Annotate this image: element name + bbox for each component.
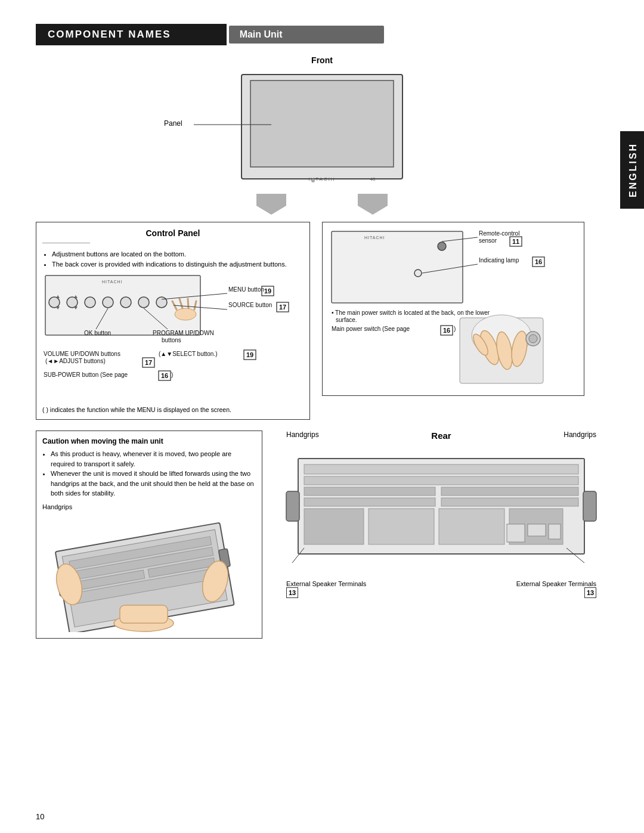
cp-svg: HITACHI [42, 272, 299, 404]
svg-text:PROGRAM UP/DOWN: PROGRAM UP/DOWN [153, 330, 214, 336]
svg-point-5 [311, 179, 315, 182]
front-label: Front [311, 55, 333, 65]
svg-text:MENU button: MENU button [228, 286, 264, 293]
arrows-row [36, 194, 608, 215]
svg-point-11 [67, 297, 78, 308]
right-panel-svg: HITACHI Remote-control sensor 11 Indicat… [329, 228, 573, 389]
tv-front-diagram: HITACHI 40 [236, 69, 408, 188]
svg-rect-96 [441, 498, 578, 506]
svg-text:19: 19 [246, 351, 253, 358]
svg-text:17: 17 [279, 304, 286, 311]
rear-diagram-svg [274, 447, 608, 578]
ext-right-num: 13 [584, 587, 596, 598]
svg-point-52 [438, 242, 446, 250]
svg-rect-102 [528, 524, 546, 536]
svg-text:17: 17 [145, 359, 152, 366]
bottom-section: Caution when moving the main unit As thi… [36, 431, 608, 639]
svg-rect-97 [304, 509, 364, 544]
svg-text:SUB-POWER button (See page: SUB-POWER button (See page [44, 371, 128, 378]
caution-box: Caution when moving the main unit As thi… [36, 431, 262, 639]
main-panels: Control Panel Adjustment buttons are loc… [36, 222, 608, 420]
svg-point-76 [529, 335, 537, 343]
handgrip-diagram [42, 513, 245, 632]
cp-diagram-area: HITACHI [42, 272, 304, 413]
svg-marker-7 [358, 194, 388, 215]
svg-text:sensor: sensor [479, 237, 497, 244]
english-tab: ENGLISH [623, 131, 644, 209]
svg-point-16 [156, 297, 167, 308]
svg-text:VOLUME UP/DOWN buttons: VOLUME UP/DOWN buttons [44, 351, 120, 357]
svg-text:(◄►ADJUST buttons): (◄►ADJUST buttons) [45, 358, 106, 364]
svg-text:16: 16 [161, 372, 168, 379]
cp-note: ( ) indicates the function while the MEN… [42, 406, 304, 413]
svg-rect-105 [583, 491, 596, 521]
svg-rect-94 [441, 487, 578, 496]
bullet-2: The back cover is provided with indicati… [52, 259, 304, 270]
svg-rect-103 [549, 524, 561, 539]
svg-text:Remote-control: Remote-control [479, 230, 519, 237]
rear-label: Rear [431, 431, 451, 441]
panel-line [194, 124, 271, 125]
svg-text:SOURCE button: SOURCE button [228, 302, 272, 308]
handgrips-label-caution: Handgrips [42, 503, 256, 510]
svg-rect-104 [286, 491, 299, 521]
svg-text:surface.: surface. [336, 317, 357, 323]
svg-text:16: 16 [443, 327, 450, 334]
ext-speaker-left-label: External Speaker Terminals 13 [286, 580, 366, 598]
svg-marker-6 [256, 194, 286, 215]
svg-text:Indicating lamp: Indicating lamp [479, 257, 519, 264]
svg-rect-101 [507, 524, 525, 542]
svg-rect-95 [304, 498, 435, 506]
svg-text:): ) [171, 371, 173, 378]
front-section: Front Panel HITACHI 40 [36, 55, 608, 188]
main-unit-header: Main Unit [229, 26, 384, 44]
caution-2: Whenever the unit is moved it should be … [51, 469, 256, 498]
rear-section: Handgrips Rear Handgrips [274, 431, 608, 639]
svg-point-14 [120, 297, 131, 308]
ext-left-num: 13 [286, 587, 298, 598]
svg-text:Main power switch (See page: Main power switch (See page [332, 326, 410, 332]
page-number: 10 [36, 812, 44, 821]
bullet-1: Adjustment buttons are located on the bo… [52, 249, 304, 259]
svg-rect-89 [120, 605, 168, 623]
control-panel-bullets: Adjustment buttons are located on the bo… [42, 249, 304, 269]
svg-point-21 [175, 308, 196, 320]
svg-line-24 [188, 299, 188, 308]
right-panel-box: HITACHI Remote-control sensor 11 Indicat… [322, 222, 584, 396]
caution-list: As this product is heavy, whenever it is… [42, 449, 256, 498]
ext-speaker-right-label: External Speaker Terminals 13 [516, 580, 596, 598]
svg-point-12 [85, 297, 95, 308]
svg-rect-93 [304, 487, 435, 496]
svg-text:(▲▼SELECT button.): (▲▼SELECT button.) [159, 351, 218, 357]
caution-title: Caution when moving the main unit [42, 437, 256, 445]
control-panel-title: Control Panel [42, 228, 304, 238]
svg-text:): ) [454, 326, 456, 332]
svg-text:11: 11 [512, 238, 519, 245]
svg-text:HITACHI: HITACHI [364, 236, 385, 240]
svg-point-58 [414, 270, 422, 277]
handgrips-right: Handgrips [564, 431, 596, 444]
handgrips-left: Handgrips [286, 431, 319, 444]
svg-text:40: 40 [370, 176, 376, 182]
svg-point-15 [138, 297, 149, 308]
panel-label: Panel [164, 119, 182, 128]
svg-rect-2 [250, 80, 394, 167]
svg-text:HITACHI: HITACHI [102, 280, 122, 284]
svg-point-13 [103, 297, 113, 308]
svg-rect-98 [369, 509, 434, 544]
control-panel-box: Control Panel Adjustment buttons are loc… [36, 222, 310, 420]
svg-text:buttons: buttons [162, 337, 181, 343]
svg-point-10 [49, 297, 60, 308]
rear-handgrips-row: Handgrips Rear Handgrips [274, 431, 608, 444]
svg-text:OK button: OK button [84, 330, 111, 336]
svg-text:19: 19 [264, 287, 271, 295]
svg-text:• The main power switch is loc: • The main power switch is located at th… [332, 309, 490, 316]
svg-rect-99 [439, 509, 504, 544]
arrow-right [358, 194, 388, 215]
rear-bottom-labels: External Speaker Terminals 13 External S… [274, 580, 608, 598]
arrow-left [256, 194, 286, 215]
svg-text:16: 16 [535, 258, 542, 265]
caution-1: As this product is heavy, whenever it is… [51, 449, 256, 469]
svg-rect-92 [304, 476, 578, 485]
component-names-header: COMPONENT NAMES [36, 24, 227, 45]
